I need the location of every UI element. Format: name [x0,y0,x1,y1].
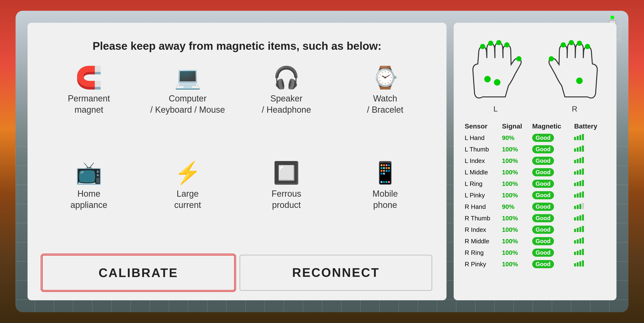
sensor-battery [573,144,607,155]
sensor-battery [573,247,607,258]
computer-keyboard-mouse-icon: 💻 [174,67,201,88]
sensor-battery [573,155,607,167]
sensor-signal: 100% [500,213,531,224]
sensor-name: R Hand [463,201,500,213]
sensor-battery [573,167,607,178]
svg-point-0 [480,44,485,49]
sensor-magnetic: Good [531,247,573,258]
sensor-name: R Thumb [463,213,500,224]
sensor-magnetic: Good [531,155,573,167]
home-appliance-label: Home appliance [70,188,107,211]
sensor-battery [573,201,607,213]
sensor-battery [573,224,607,235]
sensor-row-4: L Ring100%Good [463,178,607,190]
sensor-row-7: R Thumb100%Good [463,213,607,224]
sensor-row-11: R Pinky100%Good [463,258,607,270]
sensor-battery [573,190,607,201]
sensor-magnetic: Good [531,201,573,213]
permanent-magnet-icon: 🧲 [76,67,102,88]
sensor-name: L Hand [463,132,500,144]
svg-point-8 [577,41,582,46]
sensor-name: L Middle [463,167,500,178]
left-hand-label: L [494,105,498,113]
item-mobile-phone: 📱Mobile phone [338,162,432,248]
item-home-appliance: 📺Home appliance [42,162,136,248]
sensor-name: R Pinky [463,258,500,270]
sensor-row-5: L Pinky100%Good [463,190,607,201]
sensor-name: R Index [463,224,500,235]
sensor-battery [573,235,607,247]
sensor-signal: 100% [500,167,531,178]
sensor-battery [573,213,607,224]
sensor-signal: 90% [500,132,531,144]
sensor-magnetic: Good [531,213,573,224]
sensor-name: R Middle [463,235,500,247]
items-grid: 🧲Permanent magnet💻Computer / Keyboard / … [42,67,432,248]
large-current-label: Large current [174,188,201,211]
speaker-headphone-label: Speaker / Headphone [262,93,311,116]
large-current-icon: ⚡ [174,162,201,184]
computer-keyboard-mouse-label: Computer / Keyboard / Mouse [150,93,225,116]
reconnect-button[interactable]: RECONNECT [240,255,432,291]
watch-bracelet-label: Watch / Bracelet [367,93,404,116]
sensor-row-8: R Index100%Good [463,224,607,235]
sensor-signal: 100% [500,235,531,247]
svg-point-9 [569,40,574,45]
sensor-signal: 100% [500,144,531,155]
sensor-table: Sensor Signal Magnetic Battery L Hand90%… [463,121,607,270]
sensor-magnetic: Good [531,235,573,247]
sensor-battery [573,258,607,270]
svg-point-11 [549,56,554,61]
status-dot [610,15,614,19]
sensor-signal: 90% [500,201,531,213]
home-appliance-icon: 📺 [76,162,102,184]
main-container: ↙ Persp Please keep away from magnetic i… [16,11,628,312]
ferrous-product-label: Ferrous product [272,188,301,211]
left-hand-svg [463,32,528,103]
mobile-phone-icon: 📱 [372,162,398,184]
sensor-name: L Pinky [463,190,500,201]
mobile-phone-label: Mobile phone [372,188,398,211]
sensor-row-1: L Thumb100%Good [463,144,607,155]
col-battery: Battery [573,121,607,132]
svg-point-10 [561,42,566,48]
sensor-row-2: L Index100%Good [463,155,607,167]
sensor-name: L Ring [463,178,500,190]
ferrous-product-icon: 🔲 [273,162,300,184]
svg-point-12 [576,77,583,84]
sensor-signal: 100% [500,247,531,258]
svg-point-2 [496,40,502,45]
svg-point-1 [488,41,494,46]
sensor-magnetic: Good [531,132,573,144]
sensor-name: L Thumb [463,144,500,155]
svg-point-3 [504,42,510,48]
sensor-battery [573,132,607,144]
watch-bracelet-icon: ⌚ [372,67,398,88]
sensor-row-9: R Middle100%Good [463,235,607,247]
sensor-name: R Ring [463,247,500,258]
button-row: CALIBRATE RECONNECT [42,255,432,291]
calibrate-button[interactable]: CALIBRATE [42,255,235,291]
sensor-magnetic: Good [531,258,573,270]
item-permanent-magnet: 🧲Permanent magnet [42,67,136,152]
item-speaker-headphone: 🎧Speaker / Headphone [240,67,334,152]
svg-point-7 [585,44,590,49]
item-ferrous-product: 🔲Ferrous product [240,162,334,248]
sensor-row-0: L Hand90%Good [463,132,607,144]
sensor-magnetic: Good [531,144,573,155]
col-sensor: Sensor [463,121,500,132]
sensor-row-6: R Hand90%Good [463,201,607,213]
sensor-magnetic: Good [531,224,573,235]
permanent-magnet-label: Permanent magnet [68,93,110,116]
sensor-magnetic: Good [531,167,573,178]
item-watch-bracelet: ⌚Watch / Bracelet [338,67,432,152]
item-large-current: ⚡Large current [141,162,235,248]
svg-point-4 [516,56,522,61]
col-signal: Signal [500,121,531,132]
col-magnetic: Magnetic [531,121,573,132]
sensor-signal: 100% [500,258,531,270]
sensor-signal: 100% [500,224,531,235]
left-panel: Please keep away from magnetic items, su… [28,23,446,300]
svg-point-5 [484,76,491,82]
right-hand-label: R [572,105,577,113]
